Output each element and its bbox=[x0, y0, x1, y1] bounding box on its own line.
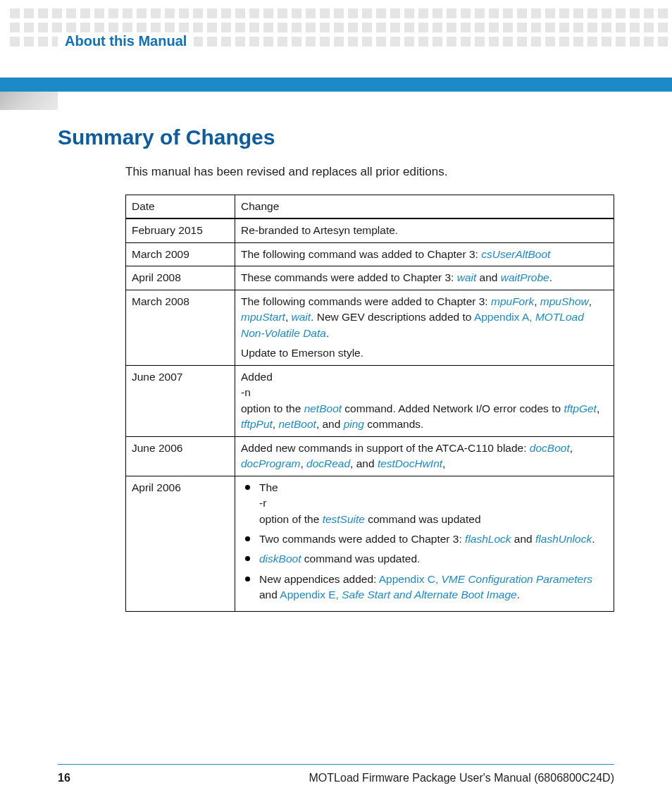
link-diskboot[interactable]: diskBoot bbox=[259, 553, 301, 565]
link-flashlock[interactable]: flashLock bbox=[465, 533, 511, 545]
link-waitprobe[interactable]: waitProbe bbox=[501, 271, 549, 283]
link-docprogram[interactable]: docProgram bbox=[241, 457, 300, 469]
link-csuseraltboot[interactable]: csUserAltBoot bbox=[481, 248, 550, 260]
changes-table: Date Change February 2015 Re-branded to … bbox=[125, 195, 614, 612]
footer-rule bbox=[58, 764, 614, 765]
link-testdochwint[interactable]: testDocHwInt bbox=[378, 457, 442, 469]
link-docread[interactable]: docRead bbox=[306, 457, 350, 469]
cell-change: The following commands were added to Cha… bbox=[235, 290, 614, 365]
table-row: June 2006 Added new commands in support … bbox=[126, 436, 614, 476]
col-change: Change bbox=[235, 195, 614, 219]
cell-change: The following command was added to Chapt… bbox=[235, 242, 614, 266]
cell-date: June 2007 bbox=[126, 365, 235, 436]
link-appendix-c[interactable]: Appendix C, VME Configuration Parameters bbox=[379, 573, 592, 585]
link-wait[interactable]: wait bbox=[457, 271, 477, 283]
table-row: February 2015 Re-branded to Artesyn temp… bbox=[126, 218, 614, 242]
list-item: The -r option of the testSuite command w… bbox=[241, 480, 608, 527]
link-netboot[interactable]: netBoot bbox=[278, 418, 316, 430]
cell-date: April 2008 bbox=[126, 266, 235, 290]
table-row: March 2009 The following command was add… bbox=[126, 242, 614, 266]
cell-change: The -r option of the testSuite command w… bbox=[235, 476, 614, 611]
header-gray-accent bbox=[0, 92, 58, 110]
link-tftpput[interactable]: tftpPut bbox=[241, 418, 273, 430]
main-content: Summary of Changes This manual has been … bbox=[58, 125, 614, 612]
cell-date: March 2009 bbox=[126, 242, 235, 266]
link-docboot[interactable]: docBoot bbox=[530, 442, 570, 454]
link-ping[interactable]: ping bbox=[344, 418, 364, 430]
col-date: Date bbox=[126, 195, 235, 219]
section-label: About this Manual bbox=[58, 33, 194, 49]
page-number: 16 bbox=[58, 772, 70, 784]
header-blue-bar bbox=[0, 78, 672, 92]
list-item: New appendices added: Appendix C, VME Co… bbox=[241, 572, 608, 603]
list-item: diskBoot command was updated. bbox=[241, 551, 608, 567]
cell-date: February 2015 bbox=[126, 218, 235, 242]
link-wait[interactable]: wait bbox=[292, 311, 311, 323]
table-row: April 2006 The -r option of the testSuit… bbox=[126, 476, 614, 611]
cell-date: March 2008 bbox=[126, 290, 235, 365]
link-appendix-e[interactable]: Appendix E, Safe Start and Alternate Boo… bbox=[280, 589, 516, 600]
link-mpushow[interactable]: mpuShow bbox=[540, 295, 589, 307]
table-row: April 2008 These commands were added to … bbox=[126, 266, 614, 290]
link-mpufork[interactable]: mpuFork bbox=[491, 295, 534, 307]
link-testsuite[interactable]: testSuite bbox=[323, 513, 365, 525]
cell-date: April 2006 bbox=[126, 476, 235, 611]
footer-manual-title: MOTLoad Firmware Package User's Manual (… bbox=[309, 772, 614, 784]
link-mpustart[interactable]: mpuStart bbox=[241, 311, 285, 323]
cell-change: Added new commands in support of the ATC… bbox=[235, 436, 614, 476]
link-netboot[interactable]: netBoot bbox=[304, 402, 342, 414]
list-item: Two commands were added to Chapter 3: fl… bbox=[241, 531, 608, 547]
cell-change: Added -n option to the netBoot command. … bbox=[235, 365, 614, 436]
cell-date: June 2006 bbox=[126, 436, 235, 476]
intro-paragraph: This manual has been revised and replace… bbox=[125, 165, 614, 179]
table-row: March 2008 The following commands were a… bbox=[126, 290, 614, 365]
cell-change: Re-branded to Artesyn template. bbox=[235, 218, 614, 242]
page-heading: Summary of Changes bbox=[58, 125, 614, 149]
table-row: June 2007 Added -n option to the netBoot… bbox=[126, 365, 614, 436]
link-tftpget[interactable]: tftpGet bbox=[564, 402, 597, 414]
cell-change: These commands were added to Chapter 3: … bbox=[235, 266, 614, 290]
link-flashunlock[interactable]: flashUnlock bbox=[535, 533, 592, 545]
